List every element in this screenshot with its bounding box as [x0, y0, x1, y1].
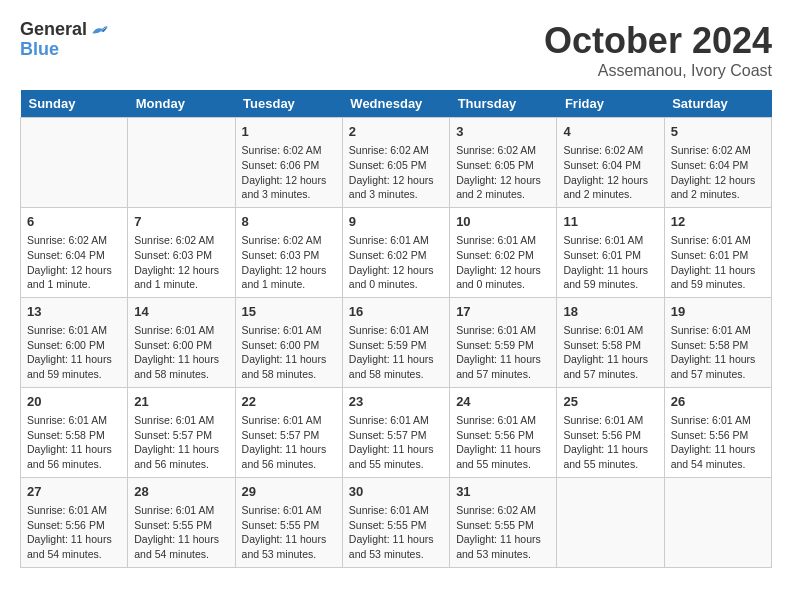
location-subtitle: Assemanou, Ivory Coast [544, 62, 772, 80]
logo: General Blue [20, 20, 109, 60]
logo-bird-icon [89, 20, 109, 40]
calendar-cell: 8Sunrise: 6:02 AM Sunset: 6:03 PM Daylig… [235, 207, 342, 297]
calendar-cell: 21Sunrise: 6:01 AM Sunset: 5:57 PM Dayli… [128, 387, 235, 477]
day-number: 23 [349, 393, 443, 411]
calendar-cell [128, 118, 235, 208]
day-number: 19 [671, 303, 765, 321]
calendar-cell: 15Sunrise: 6:01 AM Sunset: 6:00 PM Dayli… [235, 297, 342, 387]
day-number: 25 [563, 393, 657, 411]
calendar-cell: 22Sunrise: 6:01 AM Sunset: 5:57 PM Dayli… [235, 387, 342, 477]
day-info: Sunrise: 6:01 AM Sunset: 5:57 PM Dayligh… [134, 413, 228, 472]
calendar-cell [664, 477, 771, 567]
day-info: Sunrise: 6:02 AM Sunset: 6:06 PM Dayligh… [242, 143, 336, 202]
calendar-table: SundayMondayTuesdayWednesdayThursdayFrid… [20, 90, 772, 568]
day-number: 7 [134, 213, 228, 231]
calendar-cell: 28Sunrise: 6:01 AM Sunset: 5:55 PM Dayli… [128, 477, 235, 567]
day-number: 22 [242, 393, 336, 411]
day-info: Sunrise: 6:01 AM Sunset: 6:00 PM Dayligh… [242, 323, 336, 382]
day-info: Sunrise: 6:02 AM Sunset: 5:55 PM Dayligh… [456, 503, 550, 562]
day-header-tuesday: Tuesday [235, 90, 342, 118]
day-info: Sunrise: 6:01 AM Sunset: 5:58 PM Dayligh… [671, 323, 765, 382]
day-number: 27 [27, 483, 121, 501]
calendar-cell: 9Sunrise: 6:01 AM Sunset: 6:02 PM Daylig… [342, 207, 449, 297]
day-number: 4 [563, 123, 657, 141]
day-header-saturday: Saturday [664, 90, 771, 118]
week-row-1: 1Sunrise: 6:02 AM Sunset: 6:06 PM Daylig… [21, 118, 772, 208]
day-info: Sunrise: 6:01 AM Sunset: 5:59 PM Dayligh… [349, 323, 443, 382]
calendar-cell: 26Sunrise: 6:01 AM Sunset: 5:56 PM Dayli… [664, 387, 771, 477]
calendar-cell: 11Sunrise: 6:01 AM Sunset: 6:01 PM Dayli… [557, 207, 664, 297]
day-info: Sunrise: 6:01 AM Sunset: 5:55 PM Dayligh… [134, 503, 228, 562]
day-number: 12 [671, 213, 765, 231]
calendar-cell: 30Sunrise: 6:01 AM Sunset: 5:55 PM Dayli… [342, 477, 449, 567]
day-header-wednesday: Wednesday [342, 90, 449, 118]
logo-text: General [20, 20, 87, 40]
day-info: Sunrise: 6:01 AM Sunset: 5:55 PM Dayligh… [349, 503, 443, 562]
week-row-2: 6Sunrise: 6:02 AM Sunset: 6:04 PM Daylig… [21, 207, 772, 297]
day-info: Sunrise: 6:01 AM Sunset: 5:58 PM Dayligh… [27, 413, 121, 472]
day-number: 31 [456, 483, 550, 501]
day-info: Sunrise: 6:01 AM Sunset: 5:59 PM Dayligh… [456, 323, 550, 382]
month-title: October 2024 [544, 20, 772, 62]
calendar-cell: 16Sunrise: 6:01 AM Sunset: 5:59 PM Dayli… [342, 297, 449, 387]
day-number: 5 [671, 123, 765, 141]
calendar-cell: 29Sunrise: 6:01 AM Sunset: 5:55 PM Dayli… [235, 477, 342, 567]
day-number: 13 [27, 303, 121, 321]
day-info: Sunrise: 6:02 AM Sunset: 6:05 PM Dayligh… [349, 143, 443, 202]
day-info: Sunrise: 6:01 AM Sunset: 5:57 PM Dayligh… [242, 413, 336, 472]
day-info: Sunrise: 6:02 AM Sunset: 6:03 PM Dayligh… [242, 233, 336, 292]
day-info: Sunrise: 6:02 AM Sunset: 6:04 PM Dayligh… [671, 143, 765, 202]
calendar-cell: 2Sunrise: 6:02 AM Sunset: 6:05 PM Daylig… [342, 118, 449, 208]
calendar-cell: 3Sunrise: 6:02 AM Sunset: 6:05 PM Daylig… [450, 118, 557, 208]
day-info: Sunrise: 6:01 AM Sunset: 5:56 PM Dayligh… [27, 503, 121, 562]
week-row-4: 20Sunrise: 6:01 AM Sunset: 5:58 PM Dayli… [21, 387, 772, 477]
calendar-cell: 27Sunrise: 6:01 AM Sunset: 5:56 PM Dayli… [21, 477, 128, 567]
day-number: 21 [134, 393, 228, 411]
calendar-cell: 14Sunrise: 6:01 AM Sunset: 6:00 PM Dayli… [128, 297, 235, 387]
day-number: 2 [349, 123, 443, 141]
calendar-cell: 17Sunrise: 6:01 AM Sunset: 5:59 PM Dayli… [450, 297, 557, 387]
day-number: 1 [242, 123, 336, 141]
day-number: 15 [242, 303, 336, 321]
day-info: Sunrise: 6:01 AM Sunset: 6:02 PM Dayligh… [349, 233, 443, 292]
day-header-thursday: Thursday [450, 90, 557, 118]
day-info: Sunrise: 6:01 AM Sunset: 5:56 PM Dayligh… [563, 413, 657, 472]
calendar-cell: 4Sunrise: 6:02 AM Sunset: 6:04 PM Daylig… [557, 118, 664, 208]
calendar-cell: 5Sunrise: 6:02 AM Sunset: 6:04 PM Daylig… [664, 118, 771, 208]
day-number: 24 [456, 393, 550, 411]
day-info: Sunrise: 6:01 AM Sunset: 6:01 PM Dayligh… [563, 233, 657, 292]
day-info: Sunrise: 6:01 AM Sunset: 5:56 PM Dayligh… [456, 413, 550, 472]
day-number: 26 [671, 393, 765, 411]
calendar-cell [21, 118, 128, 208]
calendar-cell: 1Sunrise: 6:02 AM Sunset: 6:06 PM Daylig… [235, 118, 342, 208]
day-number: 29 [242, 483, 336, 501]
day-number: 11 [563, 213, 657, 231]
week-row-5: 27Sunrise: 6:01 AM Sunset: 5:56 PM Dayli… [21, 477, 772, 567]
page-header: General Blue October 2024 Assemanou, Ivo… [20, 20, 772, 80]
day-number: 3 [456, 123, 550, 141]
calendar-cell: 23Sunrise: 6:01 AM Sunset: 5:57 PM Dayli… [342, 387, 449, 477]
calendar-cell: 19Sunrise: 6:01 AM Sunset: 5:58 PM Dayli… [664, 297, 771, 387]
day-header-monday: Monday [128, 90, 235, 118]
day-number: 8 [242, 213, 336, 231]
calendar-cell [557, 477, 664, 567]
calendar-cell: 31Sunrise: 6:02 AM Sunset: 5:55 PM Dayli… [450, 477, 557, 567]
calendar-cell: 13Sunrise: 6:01 AM Sunset: 6:00 PM Dayli… [21, 297, 128, 387]
day-info: Sunrise: 6:01 AM Sunset: 6:02 PM Dayligh… [456, 233, 550, 292]
day-info: Sunrise: 6:02 AM Sunset: 6:03 PM Dayligh… [134, 233, 228, 292]
day-info: Sunrise: 6:01 AM Sunset: 6:01 PM Dayligh… [671, 233, 765, 292]
calendar-cell: 24Sunrise: 6:01 AM Sunset: 5:56 PM Dayli… [450, 387, 557, 477]
day-info: Sunrise: 6:01 AM Sunset: 5:55 PM Dayligh… [242, 503, 336, 562]
day-number: 17 [456, 303, 550, 321]
week-row-3: 13Sunrise: 6:01 AM Sunset: 6:00 PM Dayli… [21, 297, 772, 387]
day-info: Sunrise: 6:01 AM Sunset: 5:56 PM Dayligh… [671, 413, 765, 472]
day-number: 14 [134, 303, 228, 321]
calendar-cell: 20Sunrise: 6:01 AM Sunset: 5:58 PM Dayli… [21, 387, 128, 477]
day-number: 18 [563, 303, 657, 321]
day-header-friday: Friday [557, 90, 664, 118]
day-info: Sunrise: 6:01 AM Sunset: 6:00 PM Dayligh… [27, 323, 121, 382]
day-number: 16 [349, 303, 443, 321]
calendar-cell: 10Sunrise: 6:01 AM Sunset: 6:02 PM Dayli… [450, 207, 557, 297]
day-info: Sunrise: 6:02 AM Sunset: 6:04 PM Dayligh… [27, 233, 121, 292]
day-info: Sunrise: 6:02 AM Sunset: 6:04 PM Dayligh… [563, 143, 657, 202]
